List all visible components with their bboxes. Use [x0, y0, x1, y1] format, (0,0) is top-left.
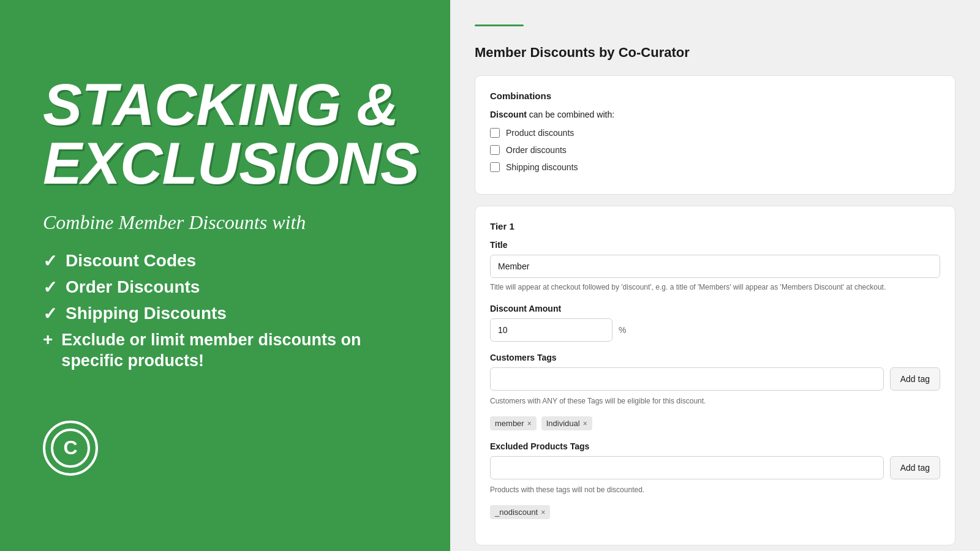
- feature-label-3: Shipping Discounts: [66, 304, 227, 323]
- checkbox-order-label: Order discounts: [506, 145, 567, 155]
- main-title: STACKING & EXCLUSIONS: [43, 75, 407, 193]
- checkbox-product-input[interactable]: [490, 128, 500, 138]
- discount-amount-section: Discount Amount %: [490, 304, 940, 342]
- excluded-products-section: Excluded Products Tags Add tag Products …: [490, 441, 940, 519]
- combinations-description: Discount can be combined with:: [490, 110, 940, 119]
- title-hint: Title will appear at checkout followed b…: [490, 282, 940, 293]
- top-accent-bar: [475, 24, 524, 26]
- check-icon-2: ✓: [43, 277, 57, 298]
- customer-tags-section: Customers Tags Add tag Customers with AN…: [490, 353, 940, 430]
- feature-order-discounts: ✓ Order Discounts: [43, 277, 407, 298]
- checkbox-order-input[interactable]: [490, 145, 500, 155]
- feature-label-1: Discount Codes: [66, 251, 196, 271]
- checkbox-shipping-input[interactable]: [490, 162, 500, 172]
- feature-exclude: + Exclude or limit member discounts on s…: [43, 330, 407, 372]
- discount-label: Discount Amount: [490, 304, 940, 313]
- right-panel: Member Discounts by Co-Curator Combinati…: [450, 0, 980, 551]
- excluded-tags-input-row: Add tag: [490, 456, 940, 479]
- checkbox-product-discounts[interactable]: Product discounts: [490, 128, 940, 138]
- checkbox-shipping-label: Shipping discounts: [506, 162, 578, 172]
- feature-list: ✓ Discount Codes ✓ Order Discounts ✓ Shi…: [43, 251, 407, 378]
- logo-outer-circle: C: [43, 421, 98, 476]
- add-customer-tag-button[interactable]: Add tag: [890, 367, 940, 391]
- title-label: Title: [490, 240, 940, 250]
- checkbox-order-discounts[interactable]: Order discounts: [490, 145, 940, 155]
- excluded-products-hint: Products with these tags will not be dis…: [490, 484, 940, 495]
- feature-extra-label: Exclude or limit member discounts on spe…: [61, 330, 407, 372]
- feature-discount-codes: ✓ Discount Codes: [43, 251, 407, 271]
- tier1-card-title: Tier 1: [490, 221, 940, 231]
- customer-tags-input-row: Add tag: [490, 367, 940, 391]
- combinations-card-title: Combinations: [490, 91, 940, 101]
- add-excluded-tag-button[interactable]: Add tag: [890, 456, 940, 479]
- feature-shipping-discounts: ✓ Shipping Discounts: [43, 304, 407, 324]
- customer-tag-individual-label: Individual: [546, 419, 580, 428]
- customer-tag-individual: Individual ×: [541, 416, 592, 430]
- customer-tag-individual-remove[interactable]: ×: [583, 420, 587, 427]
- customer-tags-container: member × Individual ×: [490, 416, 940, 430]
- excluded-tags-container: _nodiscount ×: [490, 505, 940, 519]
- logo-inner-circle: C: [51, 429, 90, 468]
- check-icon-1: ✓: [43, 251, 57, 271]
- customer-tags-input[interactable]: [490, 367, 884, 391]
- customer-tag-member: member ×: [490, 416, 537, 430]
- page-title: Member Discounts by Co-Curator: [475, 45, 956, 61]
- excluded-tag-nodiscount: _nodiscount ×: [490, 505, 550, 519]
- excluded-tag-nodiscount-remove[interactable]: ×: [541, 509, 545, 516]
- logo-letter: C: [63, 437, 77, 459]
- feature-label-2: Order Discounts: [66, 277, 200, 297]
- checkbox-product-label: Product discounts: [506, 128, 574, 138]
- checkbox-shipping-discounts[interactable]: Shipping discounts: [490, 162, 940, 172]
- excluded-products-label: Excluded Products Tags: [490, 441, 940, 451]
- plus-icon: +: [43, 330, 53, 350]
- customer-tags-label: Customers Tags: [490, 353, 940, 362]
- title-input[interactable]: [490, 255, 940, 278]
- check-icon-3: ✓: [43, 304, 57, 324]
- customer-tag-member-label: member: [495, 419, 524, 428]
- subtitle: Combine Member Discounts with: [43, 211, 407, 234]
- customer-tags-hint: Customers with ANY of these Tags will be…: [490, 395, 940, 407]
- discount-input[interactable]: [490, 318, 612, 342]
- excluded-tags-input[interactable]: [490, 456, 884, 479]
- left-panel: STACKING & EXCLUSIONS Combine Member Dis…: [0, 0, 450, 551]
- excluded-tag-nodiscount-label: _nodiscount: [495, 508, 538, 517]
- percent-symbol: %: [619, 325, 626, 335]
- combinations-card: Combinations Discount can be combined wi…: [475, 75, 956, 195]
- logo-container: C: [43, 421, 407, 476]
- discount-row: %: [490, 318, 940, 342]
- title-section: Title Title will appear at checkout foll…: [490, 240, 940, 293]
- customer-tag-member-remove[interactable]: ×: [527, 420, 532, 427]
- tier1-card: Tier 1 Title Title will appear at checko…: [475, 206, 956, 545]
